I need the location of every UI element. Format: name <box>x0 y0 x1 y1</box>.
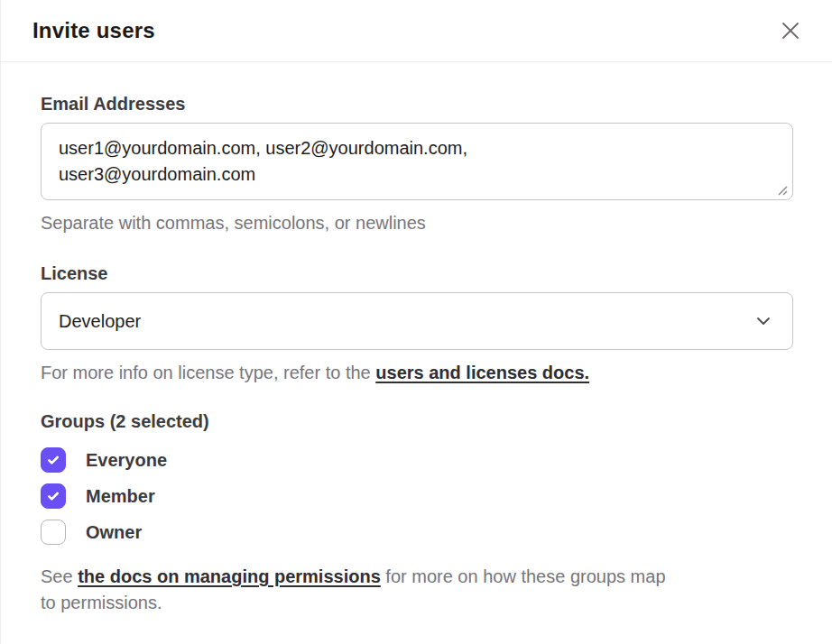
checkmark-icon <box>46 453 60 467</box>
email-addresses-label: Email Addresses <box>41 94 792 115</box>
member-checkbox[interactable] <box>41 483 66 509</box>
license-section: License Developer For more info on licen… <box>41 263 792 386</box>
email-addresses-input[interactable]: user1@yourdomain.com, user2@yourdomain.c… <box>41 123 793 200</box>
everyone-checkbox[interactable] <box>41 447 66 473</box>
modal-body: Email Addresses user1@yourdomain.com, us… <box>1 62 832 616</box>
checkmark-icon <box>46 489 60 503</box>
owner-checkbox-label[interactable]: Owner <box>86 522 142 543</box>
email-section: Email Addresses user1@yourdomain.com, us… <box>41 94 792 236</box>
groups-section: Groups (2 selected) Everyone Member <box>41 411 792 616</box>
groups-helper-prefix: See <box>41 566 78 586</box>
license-helper-prefix: For more info on license type, refer to … <box>41 363 375 382</box>
member-checkbox-label[interactable]: Member <box>86 486 155 507</box>
group-row-everyone[interactable]: Everyone <box>41 447 792 473</box>
group-row-owner[interactable]: Owner <box>41 520 792 545</box>
license-selected-value: Developer <box>59 311 141 332</box>
users-licenses-docs-link[interactable]: users and licenses docs. <box>375 363 589 382</box>
invite-users-modal: Invite users Email Addresses user1@yourd… <box>0 0 832 644</box>
everyone-checkbox-label[interactable]: Everyone <box>86 450 167 471</box>
email-textarea-wrap: user1@yourdomain.com, user2@yourdomain.c… <box>41 123 792 200</box>
license-select[interactable]: Developer <box>41 292 793 350</box>
groups-helper-text: See the docs on managing permissions for… <box>41 564 792 616</box>
modal-header: Invite users <box>1 0 832 62</box>
managing-permissions-docs-link[interactable]: the docs on managing permissions <box>78 566 381 586</box>
email-helper-text: Separate with commas, semicolons, or new… <box>41 210 792 236</box>
group-row-member[interactable]: Member <box>41 483 792 509</box>
close-button[interactable] <box>776 16 805 45</box>
owner-checkbox[interactable] <box>41 520 66 545</box>
groups-helper-suffix-line1: for more on how these groups map <box>381 566 666 586</box>
license-helper-text: For more info on license type, refer to … <box>41 360 792 386</box>
license-label: License <box>41 263 792 284</box>
close-icon <box>781 21 800 41</box>
chevron-down-icon <box>756 317 771 326</box>
groups-helper-suffix-line2: to permissions. <box>41 593 162 612</box>
groups-label: Groups (2 selected) <box>41 411 792 432</box>
modal-title: Invite users <box>32 18 155 43</box>
